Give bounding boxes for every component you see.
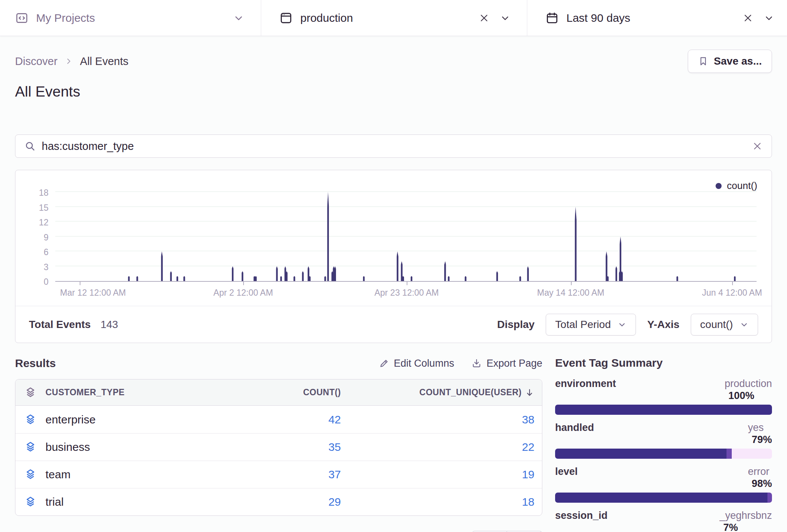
tag-percent: 98% bbox=[752, 478, 772, 490]
column-header-count-unique-user[interactable]: COUNT_UNIQUE(USER) bbox=[341, 387, 542, 397]
tag-percent: 79% bbox=[752, 434, 772, 446]
clear-search-icon[interactable] bbox=[752, 141, 763, 151]
chart-bar bbox=[161, 251, 163, 281]
yaxis-dropdown[interactable]: count() bbox=[691, 314, 758, 336]
x-axis-tick-label: Apr 2 12:00 AM bbox=[213, 288, 273, 298]
count-unique-user-value-link[interactable]: 19 bbox=[522, 468, 534, 481]
chart-bar bbox=[496, 271, 498, 281]
clear-environment-icon[interactable] bbox=[479, 13, 489, 23]
y-axis-tick-label: 18 bbox=[39, 188, 48, 198]
results-table-header: CUSTOMER_TYPE COUNT() COUNT_UNIQUE(USER) bbox=[15, 379, 542, 406]
search-input[interactable] bbox=[42, 140, 752, 153]
column-header-customer-type[interactable]: CUSTOMER_TYPE bbox=[45, 387, 209, 397]
sort-desc-arrow-icon bbox=[525, 388, 534, 397]
display-dropdown[interactable]: Total Period bbox=[546, 314, 636, 336]
tag-name: environment bbox=[555, 378, 616, 390]
layers-icon bbox=[15, 386, 45, 399]
x-axis-tick bbox=[571, 282, 572, 285]
y-axis-tick-label: 6 bbox=[44, 247, 48, 257]
x-axis-tick-label: May 14 12:00 AM bbox=[537, 288, 604, 298]
tag-row-header: levelerror98% bbox=[555, 466, 772, 490]
chart-bar bbox=[276, 266, 278, 281]
tag-row-header: environmentproduction100% bbox=[555, 378, 772, 402]
results-table: CUSTOMER_TYPE COUNT() COUNT_UNIQUE(USER)… bbox=[15, 379, 542, 516]
chevron-down-icon[interactable] bbox=[233, 12, 244, 24]
tag-row: environmentproduction100% bbox=[555, 378, 772, 415]
cell-count-unique-user: 19 bbox=[341, 468, 542, 481]
download-icon bbox=[471, 358, 482, 369]
date-range-selector[interactable]: Last 90 days bbox=[527, 0, 787, 36]
events-chart[interactable]: count() 0369121518 Mar 12 12:00 AMApr 2 … bbox=[15, 170, 772, 306]
tag-bar-segment bbox=[555, 493, 767, 503]
column-header-count[interactable]: COUNT() bbox=[209, 387, 341, 397]
gridline bbox=[55, 206, 757, 207]
chart-bar bbox=[575, 207, 577, 281]
count-unique-user-value-link[interactable]: 22 bbox=[522, 441, 534, 453]
export-page-button[interactable]: Export Page bbox=[471, 358, 542, 369]
edit-columns-button[interactable]: Edit Columns bbox=[379, 358, 454, 369]
tag-distribution-bar[interactable] bbox=[555, 405, 772, 415]
display-label: Display bbox=[497, 319, 535, 331]
global-filter-bar: My Projects production bbox=[0, 0, 787, 36]
x-axis-tick bbox=[407, 282, 407, 285]
chevron-right-icon bbox=[64, 57, 73, 66]
breadcrumb-discover-link[interactable]: Discover bbox=[15, 55, 58, 68]
chevron-down-icon bbox=[617, 320, 627, 329]
cell-count: 29 bbox=[209, 496, 341, 508]
chart-bar bbox=[465, 276, 466, 281]
count-value-link[interactable]: 42 bbox=[328, 413, 341, 426]
layers-icon bbox=[15, 441, 45, 453]
chart-bar bbox=[255, 276, 257, 281]
chart-bar bbox=[448, 276, 449, 281]
chart-bar bbox=[615, 266, 617, 281]
results-section: Results Edit Columns Export Page bbox=[15, 357, 542, 532]
layers-icon bbox=[15, 496, 45, 508]
y-axis-tick-label: 0 bbox=[44, 277, 48, 287]
chevron-down-icon[interactable] bbox=[764, 13, 774, 23]
layers-icon bbox=[15, 413, 45, 426]
environment-selector[interactable]: production bbox=[261, 0, 527, 36]
clear-date-icon[interactable] bbox=[743, 13, 753, 23]
total-events-value: 143 bbox=[100, 319, 118, 331]
gridline bbox=[55, 236, 757, 237]
tag-name: handled bbox=[555, 422, 594, 434]
chevron-down-icon[interactable] bbox=[500, 13, 510, 23]
tag-row-header: session_id_yeghrsbnz7% bbox=[555, 509, 772, 532]
chart-bar bbox=[128, 276, 130, 281]
chart-bar bbox=[170, 271, 172, 281]
project-selector[interactable]: My Projects bbox=[0, 0, 261, 36]
chart-bar bbox=[286, 271, 288, 281]
count-unique-user-value-link[interactable]: 38 bbox=[522, 413, 534, 426]
count-unique-user-value-link[interactable]: 18 bbox=[522, 496, 534, 508]
x-axis-tick bbox=[80, 282, 80, 285]
chart-bar bbox=[444, 261, 446, 281]
pencil-icon bbox=[379, 358, 389, 369]
chart-bar bbox=[294, 276, 295, 281]
tag-top-value: yes79% bbox=[748, 422, 772, 446]
chart-bar bbox=[397, 251, 398, 281]
count-value-link[interactable]: 29 bbox=[328, 496, 341, 508]
chart-plot-area[interactable] bbox=[55, 193, 757, 282]
projects-icon bbox=[15, 11, 29, 25]
count-value-link[interactable]: 37 bbox=[328, 468, 341, 481]
event-tag-summary: Event Tag Summary environmentproduction1… bbox=[555, 357, 772, 532]
tag-distribution-bar[interactable] bbox=[555, 449, 772, 459]
window-icon bbox=[279, 11, 293, 25]
legend-label: count() bbox=[727, 180, 757, 192]
chart-bar bbox=[621, 271, 623, 281]
x-axis-tick-label: Mar 12 12:00 AM bbox=[60, 288, 126, 298]
cell-count-unique-user: 18 bbox=[341, 496, 542, 508]
search-icon bbox=[24, 141, 36, 152]
tag-distribution-bar[interactable] bbox=[555, 493, 772, 503]
page-title: All Events bbox=[15, 83, 772, 100]
count-value-link[interactable]: 35 bbox=[328, 441, 341, 453]
chart-bar bbox=[183, 276, 185, 281]
x-axis-tick-label: Apr 23 12:00 AM bbox=[374, 288, 439, 298]
layers-icon bbox=[15, 468, 45, 481]
save-as-button[interactable]: Save as... bbox=[688, 50, 772, 73]
y-axis-labels: 0369121518 bbox=[30, 193, 55, 282]
tag-bar-segment bbox=[555, 449, 726, 459]
chart-bar bbox=[242, 271, 244, 281]
tag-top-value: error98% bbox=[748, 466, 772, 490]
total-events-label: Total Events bbox=[29, 319, 91, 331]
